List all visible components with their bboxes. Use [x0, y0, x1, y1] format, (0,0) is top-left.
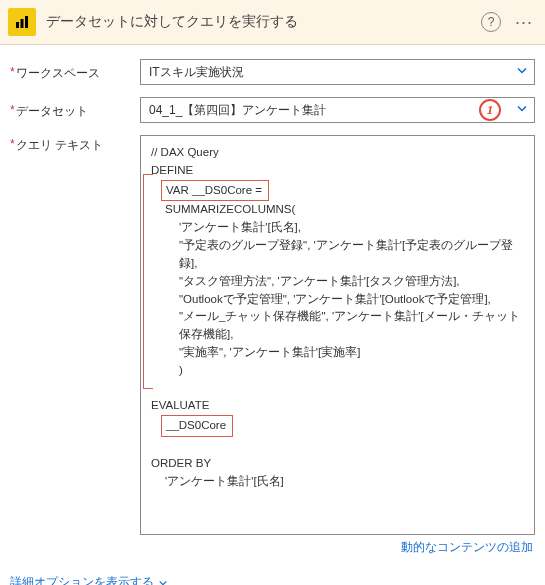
query-line: // DAX Query [151, 144, 524, 162]
workspace-select[interactable]: ITスキル実施状況 [140, 59, 535, 85]
dataset-select[interactable]: 04_1_【第四回】アンケート集計 [140, 97, 535, 123]
panel-header: データセットに対してクエリを実行する ? ··· [0, 0, 545, 45]
annotation-bracket [143, 174, 153, 389]
add-dynamic-content-link[interactable]: 動的なコンテンツの追加 [140, 535, 535, 562]
svg-rect-1 [21, 19, 24, 28]
query-line: ORDER BY [151, 455, 524, 473]
query-line: "Outlookで予定管理", 'アンケート集計'[Outlookで予定管理], [151, 291, 524, 309]
annotation-highlight: __DS0Core [161, 415, 233, 437]
query-line: "メール_チャット保存機能", 'アンケート集計'[メール・チャット保存機能], [151, 308, 524, 344]
help-icon[interactable]: ? [481, 12, 501, 32]
query-line: 'アンケート集計'[氏名] [151, 473, 524, 491]
dataset-row: データセット 04_1_【第四回】アンケート集計 1 [10, 97, 535, 123]
query-line: EVALUATE [151, 397, 524, 415]
workspace-row: ワークスペース ITスキル実施状況 [10, 59, 535, 85]
chevron-down-icon [516, 103, 528, 118]
powerbi-icon [8, 8, 36, 36]
query-line: ) [151, 362, 524, 380]
panel-title: データセットに対してクエリを実行する [46, 13, 471, 31]
query-line: DEFINE [151, 162, 524, 180]
action-config-panel: データセットに対してクエリを実行する ? ··· ワークスペース ITスキル実施… [0, 0, 545, 585]
annotation-badge-1: 1 [479, 99, 501, 121]
query-line: __DS0Core [151, 415, 524, 437]
more-icon[interactable]: ··· [511, 13, 537, 31]
query-line: SUMMARIZECOLUMNS( [151, 201, 524, 219]
chevron-down-icon [516, 65, 528, 80]
query-line: "タスク管理方法", 'アンケート集計'[タスク管理方法], [151, 273, 524, 291]
query-label: クエリ テキスト [10, 135, 140, 154]
workspace-value: ITスキル実施状況 [149, 64, 244, 81]
query-line: VAR __DS0Core = [151, 180, 524, 202]
svg-rect-0 [16, 22, 19, 28]
annotation-highlight: VAR __DS0Core = [161, 180, 269, 202]
dataset-value: 04_1_【第四回】アンケート集計 [149, 102, 326, 119]
query-line: "予定表のグループ登録", 'アンケート集計'[予定表のグループ登録], [151, 237, 524, 273]
query-textarea[interactable]: // DAX Query DEFINE VAR __DS0Core = SUMM… [140, 135, 535, 535]
show-advanced-options-link[interactable]: 詳細オプションを表示する [10, 574, 535, 585]
query-line: "実施率", 'アンケート集計'[実施率] [151, 344, 524, 362]
query-line: 'アンケート集計'[氏名], [151, 219, 524, 237]
query-row: クエリ テキスト // DAX Query DEFINE VAR __DS0Co… [10, 135, 535, 562]
dataset-label: データセット [10, 101, 140, 120]
workspace-label: ワークスペース [10, 63, 140, 82]
chevron-down-icon [158, 578, 168, 586]
svg-rect-2 [25, 16, 28, 28]
